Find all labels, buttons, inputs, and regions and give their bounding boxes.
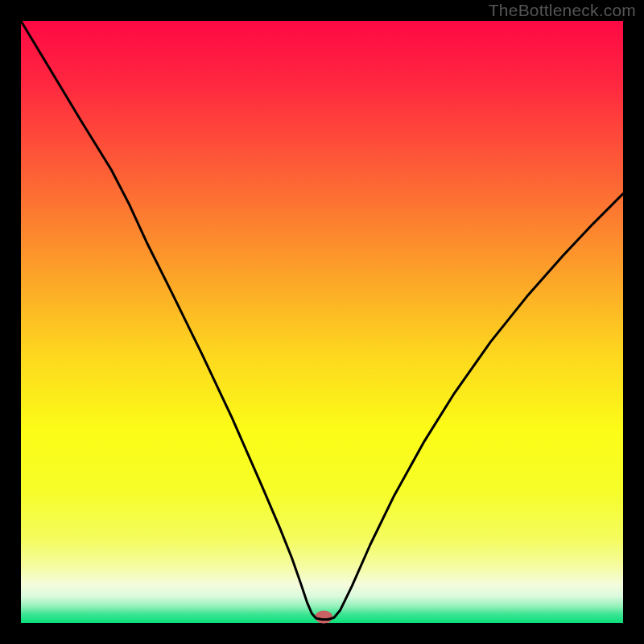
chart-frame: TheBottleneck.com: [0, 0, 644, 644]
optimal-marker: [315, 611, 332, 624]
bottleneck-chart: [0, 0, 644, 644]
watermark-text: TheBottleneck.com: [489, 1, 636, 20]
chart-gradient-bg: [21, 21, 623, 623]
